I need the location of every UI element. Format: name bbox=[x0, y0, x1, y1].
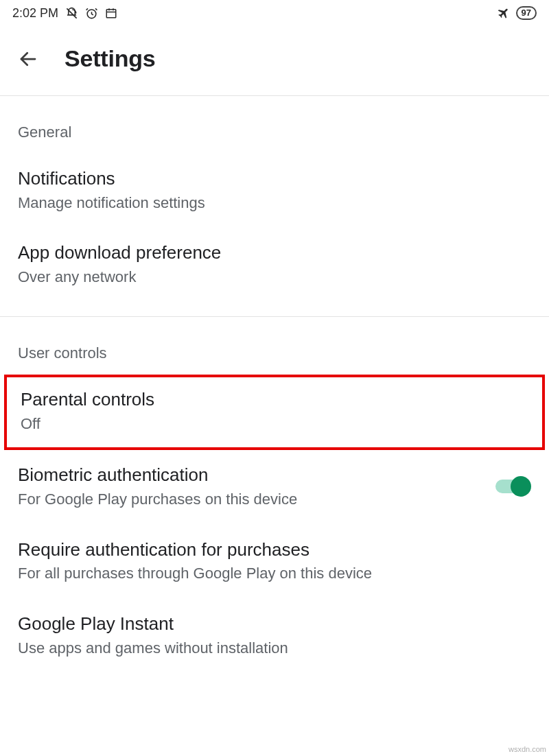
item-subtitle: Use apps and games without installation bbox=[18, 639, 531, 659]
status-right: 97 bbox=[497, 6, 537, 20]
item-subtitle: For Google Play purchases on this device bbox=[18, 490, 495, 510]
highlight-annotation: Parental controls Off bbox=[4, 375, 545, 450]
page-title: Settings bbox=[65, 45, 156, 72]
item-subtitle: For all purchases through Google Play on… bbox=[18, 564, 531, 584]
section-header-general: General bbox=[0, 96, 549, 154]
item-subtitle: Manage notification settings bbox=[18, 193, 531, 213]
calendar-icon bbox=[105, 7, 117, 19]
item-subtitle: Over any network bbox=[18, 268, 531, 287]
svg-rect-1 bbox=[106, 10, 116, 18]
item-title: Require authentication for purchases bbox=[18, 539, 531, 562]
item-notifications[interactable]: Notifications Manage notification settin… bbox=[0, 154, 549, 228]
item-parental-controls[interactable]: Parental controls Off bbox=[7, 377, 542, 447]
item-app-download-preference[interactable]: App download preference Over any network bbox=[0, 228, 549, 302]
status-bar: 2:02 PM 97 bbox=[0, 0, 549, 26]
watermark: wsxdn.com bbox=[509, 745, 546, 753]
clock: 2:02 PM bbox=[12, 6, 58, 21]
alarm-icon bbox=[85, 7, 98, 20]
item-title: App download preference bbox=[18, 241, 531, 265]
item-require-authentication[interactable]: Require authentication for purchases For… bbox=[0, 525, 549, 599]
battery-indicator: 97 bbox=[516, 6, 537, 20]
item-biometric-authentication[interactable]: Biometric authentication For Google Play… bbox=[0, 450, 549, 524]
toggle-thumb bbox=[511, 476, 531, 497]
section-header-user-controls: User controls bbox=[0, 317, 549, 375]
biometric-toggle[interactable] bbox=[495, 476, 531, 497]
item-subtitle: Off bbox=[21, 414, 528, 434]
app-bar: Settings bbox=[0, 26, 549, 96]
mute-icon bbox=[65, 7, 78, 20]
airplane-mode-icon bbox=[497, 6, 511, 20]
item-title: Google Play Instant bbox=[18, 613, 531, 636]
item-title: Parental controls bbox=[21, 388, 528, 412]
back-arrow-icon[interactable] bbox=[18, 49, 38, 69]
status-left: 2:02 PM bbox=[12, 6, 117, 21]
item-title: Biometric authentication bbox=[18, 464, 495, 487]
item-google-play-instant[interactable]: Google Play Instant Use apps and games w… bbox=[0, 599, 549, 673]
item-title: Notifications bbox=[18, 167, 531, 191]
